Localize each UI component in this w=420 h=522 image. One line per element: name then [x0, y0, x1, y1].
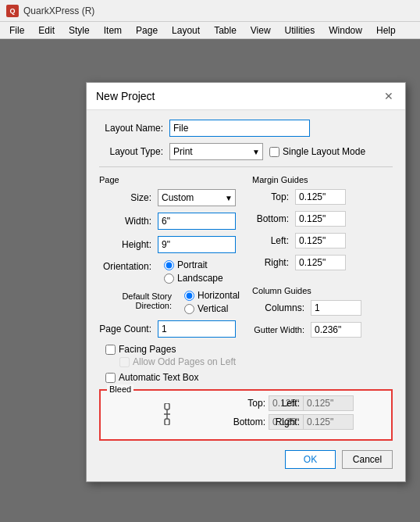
allow-odd-row: Allow Odd Pages on Left — [119, 356, 240, 367]
layout-name-label: Layout Name: — [99, 123, 169, 134]
page-count-label: Page Count: — [99, 324, 158, 334]
columns-input[interactable] — [311, 300, 361, 316]
app-body: New Project ✕ Layout Name: Layout Type: … — [0, 39, 420, 522]
horizontal-label: Horizontal — [198, 290, 240, 301]
column-guides-label: Column Guides — [252, 286, 393, 295]
bleed-left-row: Left: — [265, 395, 385, 411]
bleed-link-icon[interactable] — [107, 403, 227, 425]
auto-textbox-checkbox[interactable] — [105, 373, 116, 383]
horizontal-radio[interactable] — [184, 291, 194, 301]
landscape-radio[interactable] — [164, 274, 174, 284]
bleed-right-col: Left: Right: — [265, 395, 385, 430]
facing-pages-label[interactable]: Facing Pages — [105, 344, 240, 355]
dialog-titlebar: New Project ✕ — [87, 83, 405, 110]
vertical-radio[interactable] — [184, 304, 194, 314]
menu-utilities[interactable]: Utilities — [279, 23, 322, 38]
bleed-right-input[interactable] — [303, 414, 354, 430]
menu-edit[interactable]: Edit — [32, 23, 61, 38]
menu-layout[interactable]: Layout — [166, 23, 206, 38]
height-row: Height: — [99, 236, 240, 253]
app-title: QuarkXPress (R) — [23, 5, 94, 16]
menubar: File Edit Style Item Page Layout Table V… — [0, 22, 420, 39]
auto-textbox-label[interactable]: Automatic Text Box — [105, 372, 199, 383]
width-label: Width: — [99, 216, 158, 227]
ok-button[interactable]: OK — [285, 450, 336, 469]
vertical-option[interactable]: Vertical — [184, 303, 240, 314]
single-layout-mode-text: Single Layout Mode — [283, 146, 365, 157]
layout-name-input[interactable] — [169, 120, 310, 137]
page-section: Page Size: Custom Letter Legal A4 — [99, 173, 246, 389]
story-direction-radio-group: Horizontal Vertical — [184, 290, 240, 314]
layout-type-row: Layout Type: Print Digital ▼ Single Layo… — [99, 143, 393, 160]
horizontal-option[interactable]: Horizontal — [184, 290, 240, 301]
portrait-radio[interactable] — [164, 260, 174, 270]
menu-help[interactable]: Help — [370, 23, 402, 38]
margin-top-input[interactable] — [295, 189, 346, 205]
story-direction-label: Default Story Direction: — [99, 290, 178, 310]
dialog-content: Layout Name: Layout Type: Print Digital … — [87, 110, 405, 481]
size-select-wrapper: Custom Letter Legal A4 ▼ — [158, 189, 236, 206]
size-label: Size: — [99, 192, 158, 203]
bleed-section: Bleed Top: Bottom: — [99, 389, 393, 441]
dialog-title: New Project — [96, 90, 155, 102]
orientation-radio-group: Portrait Landscape — [164, 259, 223, 284]
bleed-left-col: Top: Bottom: — [230, 395, 262, 430]
bleed-top-label: Top: — [230, 398, 265, 409]
new-project-dialog: New Project ✕ Layout Name: Layout Type: … — [86, 82, 406, 482]
orientation-row: Orientation: Portrait Landscape — [99, 259, 240, 284]
margin-bottom-input[interactable] — [295, 211, 346, 227]
height-input[interactable] — [158, 236, 236, 253]
bleed-right-row: Right: — [265, 414, 385, 430]
svg-rect-1 — [165, 419, 169, 425]
margin-left-row: Left: — [252, 233, 393, 248]
bleed-right-label: Right: — [265, 417, 300, 427]
gutter-width-row: Gutter Width: — [252, 322, 393, 338]
auto-textbox-text: Automatic Text Box — [119, 372, 199, 383]
menu-page[interactable]: Page — [130, 23, 164, 38]
margin-bottom-label: Bottom: — [252, 213, 295, 224]
facing-pages-section: Facing Pages Allow Odd Pages on Left — [105, 344, 240, 367]
facing-pages-checkbox[interactable] — [105, 345, 116, 355]
margin-bottom-row: Bottom: — [252, 211, 393, 227]
vertical-label: Vertical — [198, 303, 228, 314]
bleed-bottom-row: Bottom: — [230, 414, 262, 430]
app-icon: Q — [6, 5, 19, 17]
landscape-option[interactable]: Landscape — [164, 273, 223, 284]
gutter-width-input[interactable] — [311, 322, 361, 338]
cancel-button[interactable]: Cancel — [342, 450, 393, 469]
bleed-left-label: Left: — [265, 398, 300, 409]
menu-file[interactable]: File — [3, 23, 30, 38]
dialog-close-button[interactable]: ✕ — [382, 89, 396, 103]
margin-left-input[interactable] — [295, 233, 346, 248]
titlebar: Q QuarkXPress (R) — [0, 0, 420, 22]
margin-guides-label: Margin Guides — [252, 175, 393, 184]
margin-right-label: Right: — [252, 257, 295, 268]
menu-table[interactable]: Table — [208, 23, 243, 38]
menu-window[interactable]: Window — [322, 23, 368, 38]
page-section-label: Page — [99, 175, 240, 184]
layout-type-select[interactable]: Print Digital — [169, 143, 263, 160]
width-input[interactable] — [158, 213, 236, 230]
divider-1 — [99, 166, 393, 167]
chain-link-icon — [158, 403, 176, 425]
portrait-option[interactable]: Portrait — [164, 259, 223, 270]
orientation-label: Orientation: — [99, 259, 158, 272]
columns-row: Columns: — [252, 300, 393, 316]
portrait-label: Portrait — [177, 259, 208, 270]
bleed-bottom-label: Bottom: — [230, 417, 265, 427]
margin-right-input[interactable] — [295, 255, 346, 270]
page-count-input[interactable] — [158, 320, 236, 338]
menu-view[interactable]: View — [244, 23, 277, 38]
size-select[interactable]: Custom Letter Legal A4 — [158, 189, 236, 206]
height-label: Height: — [99, 239, 158, 250]
single-layout-mode-label[interactable]: Single Layout Mode — [269, 146, 365, 157]
bleed-top-row: Top: — [230, 395, 262, 411]
columns-label: Columns: — [252, 302, 311, 313]
single-layout-mode-checkbox[interactable] — [269, 147, 279, 157]
menu-style[interactable]: Style — [62, 23, 96, 38]
main-columns: Page Size: Custom Letter Legal A4 — [99, 173, 393, 389]
bleed-left-input[interactable] — [303, 395, 354, 411]
allow-odd-checkbox[interactable] — [119, 357, 130, 367]
menu-item[interactable]: Item — [98, 23, 128, 38]
size-row: Size: Custom Letter Legal A4 ▼ — [99, 189, 240, 206]
